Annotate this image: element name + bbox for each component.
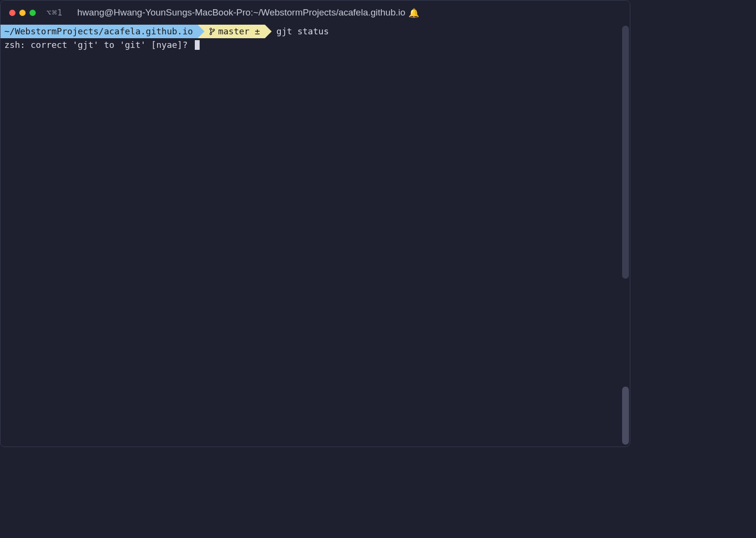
prompt-branch-segment: master ± [198,25,265,38]
scrollbar-thumb[interactable] [622,387,629,445]
terminal-cursor [195,40,200,50]
svg-point-2 [213,29,215,31]
svg-point-1 [210,33,212,35]
zsh-correct-prompt: zsh: correct 'gjt' to 'git' [nyae]? [4,38,193,52]
prompt-path-segment: ~/WebstormProjects/acafela.github.io [0,25,198,38]
svg-point-0 [210,28,212,30]
prompt-line: ~/WebstormProjects/acafela.github.io mas… [0,25,630,38]
bell-icon: 🔔 [408,8,419,18]
scrollbar-track[interactable] [622,26,629,279]
close-button[interactable] [9,10,15,16]
git-branch-icon [209,28,215,35]
terminal-body[interactable]: ~/WebstormProjects/acafela.github.io mas… [0,25,630,447]
tab-shortcut: ⌥⌘1 [46,8,63,17]
command-input: gjt status [265,25,329,38]
maximize-button[interactable] [29,10,36,16]
titlebar: ⌥⌘1 hwang@Hwang-YounSungs-MacBook-Pro:~/… [0,0,630,25]
prompt-path: ~/WebstormProjects/acafela.github.io [4,25,193,38]
output-line: zsh: correct 'gjt' to 'git' [nyae]? [0,38,630,52]
window-title: hwang@Hwang-YounSungs-MacBook-Pro:~/Webs… [77,7,406,18]
window-controls [9,10,36,16]
minimize-button[interactable] [19,10,26,16]
prompt-branch: master ± [218,25,260,38]
